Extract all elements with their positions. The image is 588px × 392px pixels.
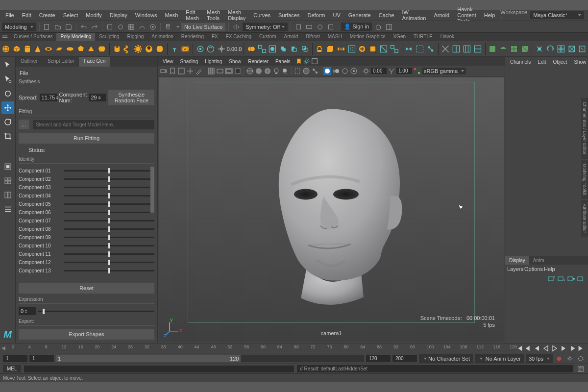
bool-union-icon[interactable]	[278, 42, 288, 56]
run-fitting-button[interactable]: Run Fitting	[19, 133, 154, 144]
time-slider[interactable]: 0481216202428323640444852566064687276808…	[0, 343, 588, 353]
outliner-toggle-icon[interactable]	[1, 203, 14, 216]
numeric-icon[interactable]: 0.00.0	[227, 42, 241, 56]
marketplace-icon[interactable]	[374, 23, 383, 31]
poly-torus-icon[interactable]	[44, 42, 53, 56]
panel-tab-face-gen[interactable]: Face Gen	[79, 57, 110, 67]
2d-pan-icon[interactable]	[186, 67, 194, 75]
two-pane-v-icon[interactable]	[1, 189, 14, 201]
menu-uv[interactable]: UV	[330, 11, 344, 20]
layers-menu[interactable]: Layers	[507, 266, 523, 272]
menu-modify[interactable]: Modify	[82, 11, 105, 20]
sculpt-geo-icon[interactable]	[535, 42, 544, 56]
shelf-tab-havok[interactable]: Havok	[437, 33, 458, 41]
center-pivot-icon[interactable]	[217, 42, 226, 56]
snap-curve-icon[interactable]	[138, 23, 147, 31]
wedge-icon[interactable]	[379, 42, 389, 56]
vp-menu-panels[interactable]: Panels	[272, 58, 294, 65]
layer-move-up-icon[interactable]	[548, 275, 556, 282]
component-slider[interactable]	[64, 170, 154, 172]
synthesize-button[interactable]: Synthesize Random Face	[108, 90, 154, 105]
layer-new-empty-icon[interactable]	[577, 275, 585, 282]
sweep-mesh-icon[interactable]	[196, 42, 205, 56]
exposure-icon[interactable]	[362, 67, 370, 75]
gate-mask-icon[interactable]	[234, 67, 242, 75]
component-scrollbar[interactable]	[150, 167, 154, 213]
poly-pyramid-icon[interactable]	[86, 42, 96, 56]
symmetry-dropdown[interactable]: Symmetry: Off	[243, 23, 288, 31]
view-transform-icon[interactable]	[413, 67, 421, 75]
workspace-dropdown[interactable]: Maya Classic*	[530, 11, 584, 19]
side-tab-channelbox[interactable]: Channel Box / Layer Editor	[581, 98, 588, 159]
vp-menu-show[interactable]: Show	[226, 58, 244, 65]
poly-gear-icon[interactable]	[133, 42, 143, 56]
separate-icon[interactable]	[257, 42, 267, 56]
component-slider[interactable]	[64, 187, 154, 188]
vp-menu-lighting[interactable]: Lighting	[202, 58, 225, 65]
symmetry-icon[interactable]	[232, 23, 241, 31]
step-back-key-icon[interactable]	[524, 344, 532, 352]
menu-select[interactable]: Select	[60, 11, 82, 20]
poke-icon[interactable]	[567, 42, 577, 56]
shelf-editor-icon[interactable]	[0, 33, 10, 41]
component-slider[interactable]	[64, 203, 154, 205]
menu-windows[interactable]: Windows	[132, 11, 161, 20]
scale-tool[interactable]	[1, 130, 14, 143]
wireframe-icon[interactable]	[246, 67, 254, 75]
toggle-panel-icon[interactable]	[385, 23, 393, 31]
smooth-icon[interactable]	[268, 42, 277, 56]
menu-mesh[interactable]: Mesh	[161, 11, 181, 20]
character-set-dropdown[interactable]: No Character Set	[419, 354, 473, 363]
save-scene-icon[interactable]	[64, 23, 73, 31]
go-to-end-icon[interactable]	[577, 344, 585, 352]
remesh-icon[interactable]	[545, 42, 555, 56]
bookmark-vp-icon[interactable]	[169, 67, 176, 75]
select-mask-icon[interactable]	[105, 23, 114, 31]
component-slider[interactable]	[64, 195, 154, 196]
render-view-icon[interactable]	[305, 23, 314, 31]
insert-edge-icon[interactable]	[451, 42, 461, 56]
shelf-tab-custom[interactable]: Custom	[255, 33, 280, 41]
component-slider[interactable]	[64, 253, 154, 255]
anim-start-input[interactable]: 1	[3, 355, 27, 362]
menu-cache[interactable]: Cache	[375, 11, 398, 20]
extrude-icon[interactable]	[315, 42, 324, 56]
film-gate-icon[interactable]	[216, 67, 224, 75]
gamma-input[interactable]: 1.00	[396, 68, 412, 74]
range-slider[interactable]: 1120	[56, 355, 364, 362]
expression-input[interactable]: 0	[19, 307, 36, 315]
magnet-icon[interactable]	[164, 23, 172, 31]
menu-generate[interactable]: Generate	[345, 11, 374, 20]
gamma-icon[interactable]	[388, 67, 395, 75]
poly-type-icon[interactable]: T	[170, 42, 179, 56]
gear-icon[interactable]	[303, 58, 310, 65]
layers-help[interactable]: Help	[544, 266, 555, 272]
step-back-icon[interactable]	[533, 344, 541, 352]
menu-arnold[interactable]: Arnold	[430, 11, 453, 20]
spread-input[interactable]: 11.75	[40, 94, 57, 101]
shadows-icon[interactable]	[281, 67, 289, 75]
chbox-show[interactable]: Show	[571, 58, 588, 66]
grease-pencil-icon[interactable]	[195, 67, 203, 75]
component-slider[interactable]	[64, 270, 154, 271]
poly-helix-icon[interactable]	[122, 42, 132, 56]
poly-cube-icon[interactable]	[12, 42, 22, 56]
axis-gizmo[interactable]: y x z	[164, 318, 183, 337]
menu-edit[interactable]: Edit	[19, 11, 35, 20]
loop-icon[interactable]	[576, 354, 585, 363]
step-forward-icon[interactable]	[560, 344, 567, 352]
playback-end-input[interactable]: 120	[366, 355, 391, 362]
shelf-tab-mash[interactable]: MASH	[324, 33, 346, 41]
bool-diff-icon[interactable]	[289, 42, 299, 56]
menu-create[interactable]: Create	[36, 11, 59, 20]
shelf-tab-animation[interactable]: Animation	[147, 33, 177, 41]
poly-cone-icon[interactable]	[33, 42, 43, 56]
sign-in-button[interactable]: 👤Sign in	[341, 23, 372, 31]
shelf-tab-rigging[interactable]: Rigging	[123, 33, 147, 41]
append-icon[interactable]	[357, 42, 367, 56]
menu-curves[interactable]: Curves	[250, 11, 274, 20]
bookmark-icon[interactable]	[295, 58, 302, 65]
poly-superellipse-icon[interactable]	[155, 42, 165, 56]
paint-select-tool[interactable]	[1, 87, 14, 100]
svg-tool-icon[interactable]: SVG	[180, 42, 190, 56]
